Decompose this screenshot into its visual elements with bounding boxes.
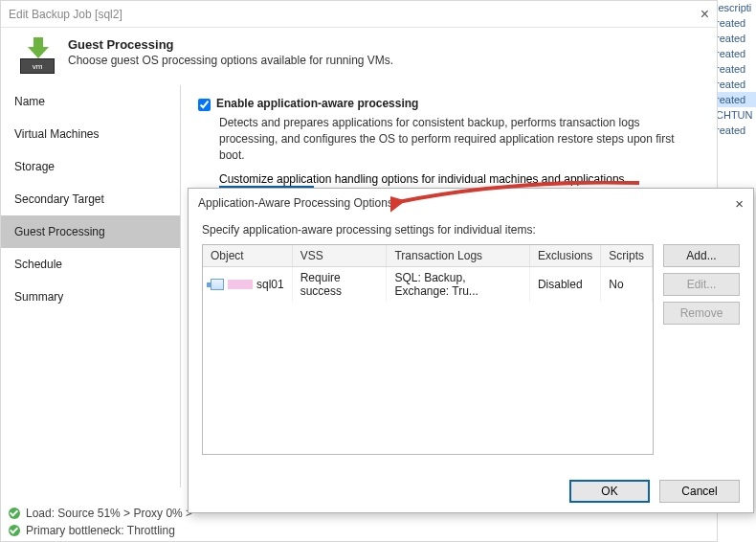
ok-button[interactable]: OK xyxy=(569,480,650,503)
enable-app-aware-checkbox[interactable] xyxy=(198,99,211,111)
col-object[interactable]: Object xyxy=(203,245,292,267)
col-exclusions[interactable]: Exclusions xyxy=(529,245,600,267)
dialog-titlebar: Application-Aware Processing Options × xyxy=(189,189,753,217)
edit-button[interactable]: Edit... xyxy=(663,273,740,296)
bg-list-header: lescripti xyxy=(714,0,756,15)
sidebar-item-name[interactable]: Name xyxy=(1,85,180,118)
bg-list-item: CHTUN xyxy=(714,107,756,123)
sidebar-item-summary[interactable]: Summary xyxy=(1,281,180,313)
bg-list-item-selected: reated xyxy=(714,92,756,107)
sidebar-item-storage[interactable]: Storage xyxy=(1,150,180,183)
cancel-button[interactable]: Cancel xyxy=(659,480,740,503)
dialog-title: Application-Aware Processing Options xyxy=(198,196,393,210)
customize-text: Customize application handling options f… xyxy=(219,172,625,186)
bg-list-item: reated xyxy=(714,77,756,92)
status-load: Load: Source 51% > Proxy 0% > xyxy=(26,507,192,520)
col-tlogs[interactable]: Transaction Logs xyxy=(387,245,529,267)
redacted-prefix xyxy=(228,280,253,289)
col-scripts[interactable]: Scripts xyxy=(601,245,653,267)
background-list: lescripti reated reated reated reated re… xyxy=(714,0,756,192)
wizard-steps-sidebar: Name Virtual Machines Storage Secondary … xyxy=(1,85,181,487)
enable-app-aware-label[interactable]: Enable application-aware processing xyxy=(216,97,418,110)
col-vss[interactable]: VSS xyxy=(292,245,387,267)
bg-list-item: reated xyxy=(714,123,756,138)
window-titlebar: Edit Backup Job [sql2] × xyxy=(1,1,717,28)
cell-scripts: No xyxy=(601,267,653,303)
bg-list-item: reated xyxy=(714,15,756,31)
sidebar-item-schedule[interactable]: Schedule xyxy=(1,248,180,281)
table-row[interactable]: sql01 Require success SQL: Backup, Excha… xyxy=(203,267,653,303)
app-aware-options-dialog: Application-Aware Processing Options × S… xyxy=(188,188,754,513)
status-ok-icon xyxy=(9,525,20,536)
bg-list-item: reated xyxy=(714,61,756,77)
sidebar-item-guest-processing[interactable]: Guest Processing xyxy=(1,215,180,248)
window-header: vm Guest Processing Choose guest OS proc… xyxy=(1,28,717,85)
enable-app-aware-description: Detects and prepares applications for co… xyxy=(219,115,700,163)
page-heading: Guest Processing xyxy=(68,37,393,52)
dialog-close-icon[interactable]: × xyxy=(735,195,744,212)
add-button[interactable]: Add... xyxy=(663,244,740,267)
bg-list-item: reated xyxy=(714,31,756,46)
cell-vss: Require success xyxy=(292,267,387,303)
vm-icon xyxy=(211,279,224,290)
dialog-subtitle: Specify application-aware processing set… xyxy=(202,223,740,237)
window-title: Edit Backup Job [sql2] xyxy=(9,1,122,28)
object-name: sql01 xyxy=(256,278,284,291)
close-icon[interactable]: × xyxy=(700,1,709,28)
guest-processing-icon: vm xyxy=(18,39,58,72)
cell-tlogs: SQL: Backup, Exchange: Tru... xyxy=(387,267,529,303)
remove-button[interactable]: Remove xyxy=(663,302,740,325)
bg-list-item: reated xyxy=(714,46,756,61)
status-ok-icon xyxy=(9,508,20,519)
sidebar-item-secondary-target[interactable]: Secondary Target xyxy=(1,183,180,215)
cell-exclusions: Disabled xyxy=(529,267,600,303)
page-subheading: Choose guest OS processing options avail… xyxy=(68,54,393,67)
objects-grid[interactable]: Object VSS Transaction Logs Exclusions S… xyxy=(202,244,654,455)
status-bottleneck: Primary bottleneck: Throttling xyxy=(26,524,175,537)
sidebar-item-virtual-machines[interactable]: Virtual Machines xyxy=(1,118,180,150)
